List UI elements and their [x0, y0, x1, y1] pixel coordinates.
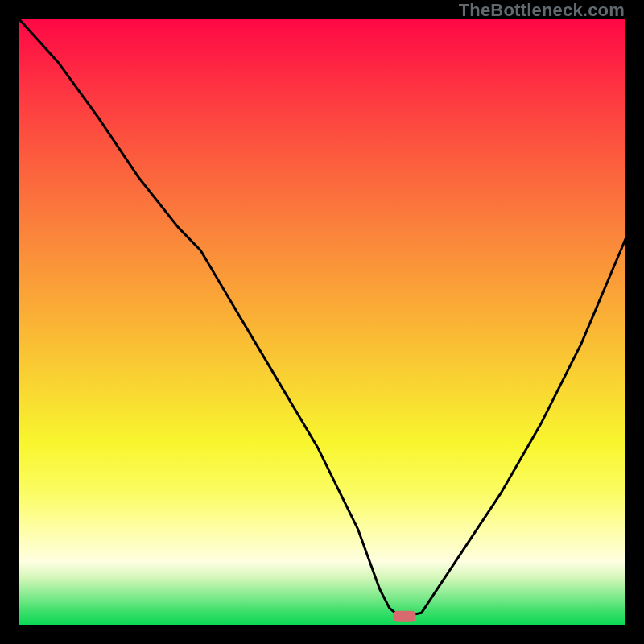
gradient-background [19, 19, 625, 625]
watermark-text: TheBottleneck.com [459, 0, 625, 21]
bottleneck-chart [19, 19, 625, 625]
optimal-marker [394, 611, 416, 622]
chart-frame [19, 19, 625, 625]
